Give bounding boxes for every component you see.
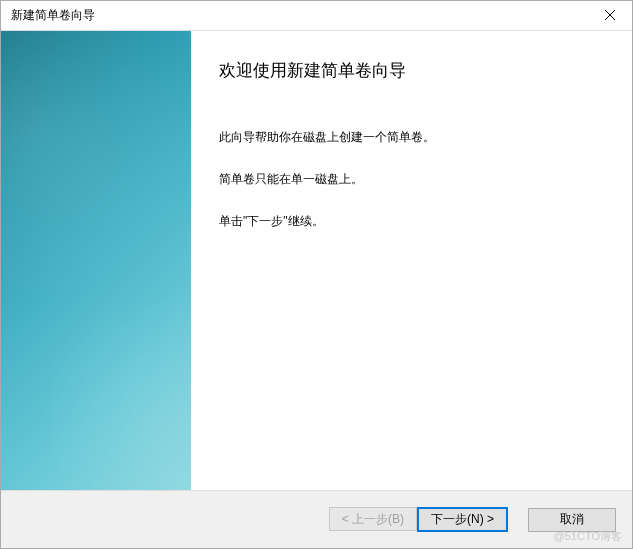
titlebar: 新建简单卷向导 <box>1 1 632 31</box>
wizard-side-graphic <box>1 31 191 490</box>
next-button[interactable]: 下一步(N) > <box>417 507 508 532</box>
page-text-1: 此向导帮助你在磁盘上创建一个简单卷。 <box>219 128 602 146</box>
close-icon <box>605 9 615 23</box>
wizard-content: 欢迎使用新建简单卷向导 此向导帮助你在磁盘上创建一个简单卷。 简单卷只能在单一磁… <box>191 31 632 490</box>
close-button[interactable] <box>587 1 632 31</box>
cancel-button[interactable]: 取消 <box>528 508 616 532</box>
page-heading: 欢迎使用新建简单卷向导 <box>219 59 602 82</box>
wizard-body: 欢迎使用新建简单卷向导 此向导帮助你在磁盘上创建一个简单卷。 简单卷只能在单一磁… <box>1 31 632 490</box>
wizard-footer: < 上一步(B) 下一步(N) > 取消 @51CTO博客 <box>1 490 632 548</box>
nav-button-pair: < 上一步(B) 下一步(N) > <box>329 507 508 532</box>
page-text-3: 单击"下一步"继续。 <box>219 212 602 230</box>
page-text-2: 简单卷只能在单一磁盘上。 <box>219 170 602 188</box>
wizard-window: 新建简单卷向导 欢迎使用新建简单卷向导 此向导帮助你在磁盘上创建一个简单卷。 简… <box>0 0 633 549</box>
window-title: 新建简单卷向导 <box>1 7 95 24</box>
back-button: < 上一步(B) <box>329 507 417 531</box>
